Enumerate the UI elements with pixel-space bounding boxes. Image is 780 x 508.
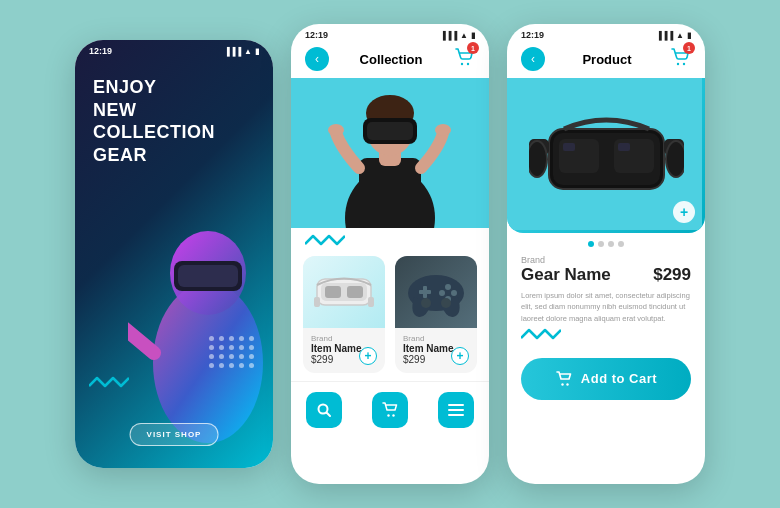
- visit-shop-button[interactable]: VISIT SHOP: [130, 423, 219, 446]
- svg-point-17: [435, 124, 451, 136]
- product-hero-image: +: [507, 78, 705, 233]
- svg-line-34: [327, 413, 331, 417]
- battery-icon: ▮: [255, 47, 259, 56]
- svg-rect-30: [423, 286, 427, 298]
- cart-nav-icon: [381, 401, 399, 419]
- phone-3-screen: 12:19 ▐▐▐ ▲ ▮ ‹ Product 1: [507, 24, 705, 484]
- svg-rect-22: [314, 297, 320, 307]
- product-title: Product: [582, 52, 631, 67]
- svg-point-40: [677, 63, 679, 65]
- dot-3: [608, 241, 614, 247]
- cart-nav-button[interactable]: [372, 392, 408, 428]
- search-nav-icon: [316, 402, 332, 418]
- product-header: ‹ Product 1: [507, 42, 705, 78]
- collection-header: ‹ Collection 1: [291, 42, 489, 78]
- svg-point-35: [387, 414, 389, 416]
- status-bar-1: 12:19 ▐▐▐ ▲ ▮: [75, 40, 273, 58]
- back-button-2[interactable]: ‹: [305, 47, 329, 71]
- product-description: Lorem ipsum dolor sit amet, consectetur …: [521, 290, 691, 324]
- svg-point-36: [392, 414, 394, 416]
- signal-icon: ▐▐▐: [224, 47, 241, 56]
- time-1: 12:19: [89, 46, 112, 56]
- signal-icons-1: ▐▐▐ ▲ ▮: [224, 47, 259, 56]
- battery-icon-3: ▮: [687, 31, 691, 40]
- svg-rect-48: [618, 143, 630, 151]
- wifi-icon: ▲: [244, 47, 252, 56]
- svg-point-26: [451, 290, 457, 296]
- brand-2: Brand: [403, 334, 469, 343]
- vr-headset-image: [309, 267, 379, 317]
- time-3: 12:19: [521, 30, 544, 40]
- product-card-1: Brand Item Name $299 +: [303, 256, 385, 373]
- headline: ENJOY NEW COLLECTION GEAR: [93, 76, 255, 166]
- product-details-section: Brand Gear Name $299 Lorem ipsum dolor s…: [507, 251, 705, 324]
- svg-line-4: [128, 323, 154, 353]
- signal-icon-3: ▐▐▐: [656, 31, 673, 40]
- svg-point-52: [666, 141, 684, 177]
- phone-1-screen: 12:19 ▐▐▐ ▲ ▮ ENJOY NEW COLLECTION GEAR …: [75, 40, 273, 468]
- svg-rect-47: [563, 143, 575, 151]
- svg-point-28: [439, 290, 445, 296]
- zigzag-decoration-3: [507, 324, 705, 350]
- back-button-3[interactable]: ‹: [521, 47, 545, 71]
- product-brand-label: Brand: [521, 255, 691, 265]
- product-image-1: [303, 256, 385, 328]
- product-card-2: Brand Item Name $299 +: [395, 256, 477, 373]
- zigzag-decoration-2: [291, 228, 489, 256]
- add-product-2-button[interactable]: +: [451, 347, 469, 365]
- cart-badge-3: 1: [683, 42, 695, 54]
- add-to-cart-label: Add to Cart: [581, 371, 657, 386]
- signal-icons-2: ▐▐▐ ▲ ▮: [440, 31, 475, 40]
- svg-rect-10: [359, 158, 421, 228]
- signal-icons-3: ▐▐▐ ▲ ▮: [656, 31, 691, 40]
- product-price-detail: $299: [653, 265, 691, 285]
- dots-pattern: [209, 336, 255, 368]
- bottom-nav: [291, 381, 489, 436]
- svg-point-54: [566, 383, 568, 385]
- signal-icon-2: ▐▐▐: [440, 31, 457, 40]
- wifi-icon-2: ▲: [460, 31, 468, 40]
- svg-rect-21: [347, 286, 363, 298]
- svg-point-31: [421, 298, 431, 308]
- dot-4: [618, 241, 624, 247]
- dot-2: [598, 241, 604, 247]
- cart-btn-icon: [555, 370, 573, 388]
- product-name-price-row: Gear Name $299: [521, 265, 691, 285]
- status-bar-3: 12:19 ▐▐▐ ▲ ▮: [507, 24, 705, 42]
- svg-point-6: [461, 63, 463, 65]
- phone-2-screen: 12:19 ▐▐▐ ▲ ▮ ‹ Collection 1: [291, 24, 489, 484]
- svg-point-53: [561, 383, 563, 385]
- menu-nav-icon: [447, 403, 465, 417]
- product-gear-name: Gear Name: [521, 265, 611, 285]
- svg-point-51: [529, 141, 547, 177]
- svg-rect-23: [368, 297, 374, 307]
- add-to-cart-button[interactable]: Add to Cart: [521, 358, 691, 400]
- brand-1: Brand: [311, 334, 377, 343]
- svg-rect-3: [178, 265, 238, 287]
- vr-headset-detail: [529, 109, 684, 209]
- cart-badge-2: 1: [467, 42, 479, 54]
- controller-image: [404, 265, 469, 320]
- search-nav-button[interactable]: [306, 392, 342, 428]
- svg-rect-20: [325, 286, 341, 298]
- svg-rect-15: [367, 122, 413, 140]
- status-bar-2: 12:19 ▐▐▐ ▲ ▮: [291, 24, 489, 42]
- add-product-1-button[interactable]: +: [359, 347, 377, 365]
- cart-button-2[interactable]: 1: [453, 46, 475, 72]
- svg-point-41: [683, 63, 685, 65]
- image-dots-indicator: [507, 233, 705, 251]
- zigzag-decoration-1: [89, 376, 129, 390]
- time-2: 12:19: [305, 30, 328, 40]
- svg-point-25: [445, 284, 451, 290]
- product-grid: Brand Item Name $299 +: [291, 256, 489, 373]
- wifi-icon-3: ▲: [676, 31, 684, 40]
- collection-hero-image: [291, 78, 489, 228]
- battery-icon-2: ▮: [471, 31, 475, 40]
- svg-point-16: [328, 124, 344, 136]
- dot-1: [588, 241, 594, 247]
- svg-point-7: [467, 63, 469, 65]
- collection-title: Collection: [360, 52, 423, 67]
- menu-nav-button[interactable]: [438, 392, 474, 428]
- product-image-2: [395, 256, 477, 328]
- cart-button-3[interactable]: 1: [669, 46, 691, 72]
